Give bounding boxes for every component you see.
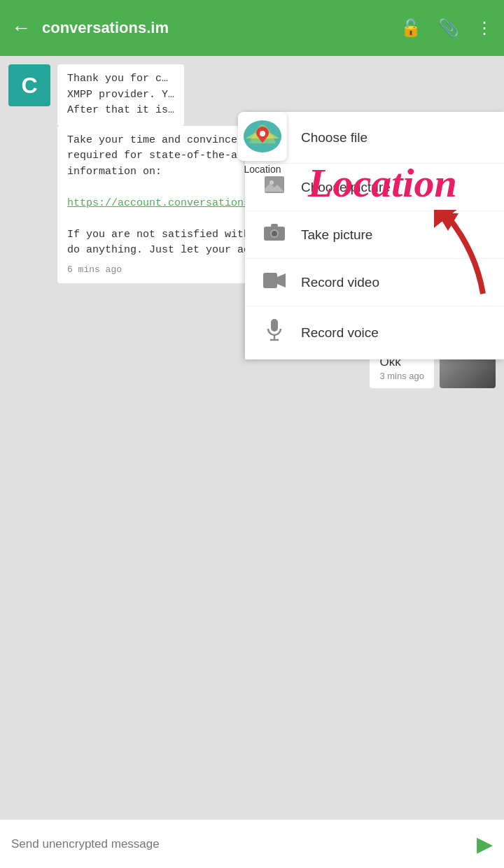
lock-icon[interactable]: 🔓 [400,18,421,38]
location-label: Location [244,164,281,175]
header-title: conversations.im [42,19,384,37]
red-arrow [434,210,490,304]
location-icon-box [238,112,287,161]
send-button[interactable]: ▶ [477,832,493,856]
attachment-icon[interactable]: 📎 [438,18,459,38]
received-text: Thank you for c…XMPP provider. Y…After t… [67,73,174,116]
big-location-text: Location [308,159,457,206]
app-header: ← conversations.im 🔓 📎 ⋮ [0,0,504,56]
location-overlay: Location [231,112,294,175]
sent-time-2: 3 mins ago [379,371,424,381]
location-map-svg [242,119,283,154]
video-icon [262,271,287,293]
chat-area: C Thank you for c…XMPP provider. Y…After… [0,56,504,819]
svg-rect-5 [271,224,278,227]
mic-icon [262,319,287,346]
svg-point-4 [272,231,277,236]
svg-point-12 [260,131,265,136]
record-voice-label: Record voice [301,325,379,341]
back-button[interactable]: ← [11,17,31,39]
record-video-label: Record video [301,275,379,290]
message-input[interactable] [11,837,468,851]
picture-icon [262,176,287,198]
more-options-icon[interactable]: ⋮ [476,18,493,38]
received-bubble: Thank you for c…XMPP provider. Y…After t… [57,64,184,126]
camera-icon [262,224,287,246]
record-voice-item[interactable]: Record voice [245,306,504,360]
svg-rect-7 [271,319,278,332]
avatar: C [8,64,50,106]
take-picture-label: Take picture [301,227,372,243]
input-bar: ▶ [0,819,504,868]
svg-rect-6 [263,273,277,288]
choose-file-label: Choose file [301,130,368,145]
link[interactable]: https://account.conversations.im [67,197,269,209]
